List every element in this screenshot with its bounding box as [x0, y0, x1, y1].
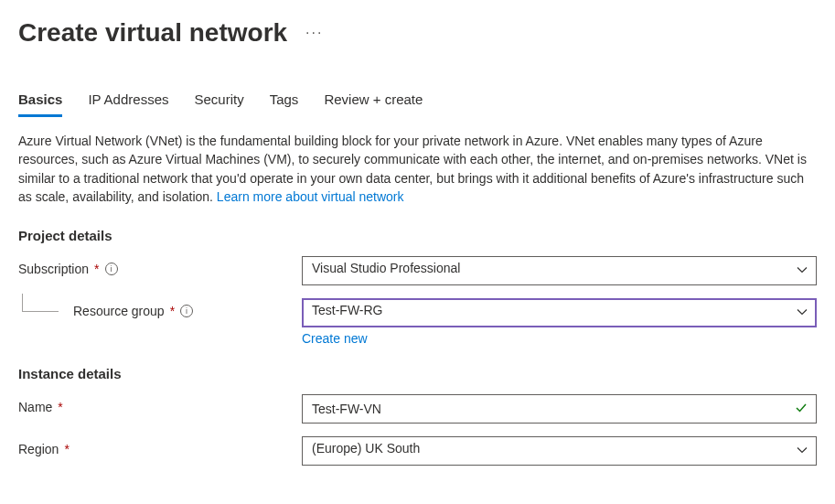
tab-ip-addresses[interactable]: IP Addresses: [88, 84, 168, 117]
info-icon[interactable]: i: [105, 263, 118, 275]
tab-security[interactable]: Security: [195, 84, 244, 117]
create-new-resource-group-link[interactable]: Create new: [302, 331, 368, 346]
tab-tags[interactable]: Tags: [270, 84, 299, 117]
required-asterisk: *: [170, 304, 175, 318]
tab-bar: Basics IP Addresses Security Tags Review…: [18, 84, 817, 117]
info-icon[interactable]: i: [180, 305, 193, 317]
page-title: Create virtual network: [18, 18, 287, 48]
tab-review-create[interactable]: Review + create: [324, 84, 423, 117]
tree-connector-icon: [22, 294, 59, 312]
subscription-label: Subscription: [18, 262, 89, 276]
description-text: Azure Virtual Network (VNet) is the fund…: [18, 132, 814, 206]
subscription-select[interactable]: Visual Studio Professional: [302, 256, 817, 285]
check-icon: [795, 402, 808, 417]
name-label: Name: [18, 400, 52, 414]
section-project-details: Project details: [18, 228, 817, 243]
required-asterisk: *: [64, 442, 69, 456]
more-options-icon[interactable]: ···: [305, 25, 323, 41]
resource-group-label: Resource group: [73, 304, 165, 318]
required-asterisk: *: [94, 262, 99, 276]
region-select[interactable]: (Europe) UK South: [302, 436, 817, 466]
section-instance-details: Instance details: [18, 366, 817, 381]
region-label: Region: [18, 442, 59, 456]
tab-basics[interactable]: Basics: [18, 84, 62, 117]
learn-more-link[interactable]: Learn more about virtual network: [217, 189, 404, 204]
resource-group-select[interactable]: Test-FW-RG: [302, 298, 817, 327]
required-asterisk: *: [58, 400, 62, 414]
name-input[interactable]: [302, 394, 817, 424]
